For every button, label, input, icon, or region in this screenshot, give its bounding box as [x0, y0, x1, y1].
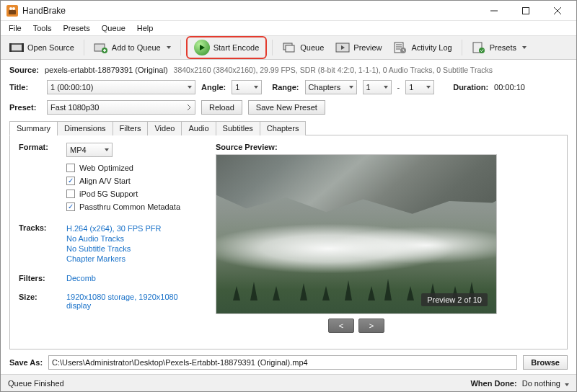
menu-file[interactable]: File [4, 22, 27, 34]
preview-button[interactable]: Preview [331, 37, 386, 58]
source-info: 3840x2160 (3840x2160), 29.99 FPS, SDR (8… [174, 66, 493, 74]
source-preview-label: Source Preview: [216, 143, 558, 151]
tab-audio[interactable]: Audio [181, 121, 216, 135]
range-to-dropdown[interactable]: 1 [405, 80, 434, 94]
status-bar: Queue Finished When Done: Do nothing [1, 374, 576, 391]
preview-counter: Preview 2 of 10 [421, 293, 488, 306]
when-done-dropdown[interactable]: Do nothing [522, 379, 569, 388]
source-label: Source: [9, 66, 39, 74]
track-item[interactable]: No Subtitle Tracks [66, 244, 203, 254]
source-row: Source: pexels-ertabbt-18879391 (Origina… [1, 63, 576, 77]
title-label: Title: [9, 83, 41, 92]
play-icon [194, 40, 210, 55]
passthru-metadata-checkbox[interactable]: Passthru Common Metadata [66, 200, 203, 213]
title-dropdown[interactable]: 1 (00:00:10) [47, 80, 195, 94]
start-encode-highlight: Start Encode [186, 36, 268, 59]
add-queue-icon [94, 40, 108, 55]
angle-dropdown[interactable]: 1 [232, 80, 262, 94]
menu-help[interactable]: Help [132, 22, 159, 34]
filters-value[interactable]: Decomb [66, 274, 203, 282]
summary-panel: Format: MP4 Web Optimized Align A/V Star… [9, 135, 568, 349]
reload-button[interactable]: Reload [201, 100, 242, 115]
preview-icon [335, 40, 350, 55]
svg-point-3 [12, 7, 15, 10]
track-item[interactable]: No Audio Tracks [66, 233, 203, 244]
size-value[interactable]: 1920x1080 storage, 1920x1080 display [66, 293, 203, 310]
format-dropdown[interactable]: MP4 [66, 143, 113, 157]
preview-prev-button[interactable]: < [328, 318, 354, 333]
size-label: Size: [19, 293, 66, 301]
tracks-label: Tracks: [19, 223, 66, 232]
save-new-preset-button[interactable]: Save New Preset [248, 100, 325, 115]
open-source-button[interactable]: Open Source [5, 37, 79, 58]
tab-video[interactable]: Video [147, 121, 182, 135]
menu-queue[interactable]: Queue [97, 22, 131, 34]
range-from-dropdown[interactable]: 1 [363, 80, 392, 94]
web-optimized-checkbox[interactable]: Web Optimized [66, 161, 203, 174]
track-item[interactable]: H.264 (x264), 30 FPS PFR [66, 223, 203, 233]
minimize-button[interactable] [478, 1, 510, 21]
svg-point-17 [479, 48, 485, 53]
svg-rect-7 [9, 43, 12, 52]
tab-chapters[interactable]: Chapters [260, 121, 307, 135]
window-title: HandBrake [22, 6, 478, 16]
main-toolbar: Open Source Add to Queue Start Encode Qu… [1, 35, 576, 60]
tab-bar: Summary Dimensions Filters Video Audio S… [9, 120, 568, 135]
menu-presets[interactable]: Presets [58, 22, 94, 34]
chevron-down-icon [522, 46, 527, 49]
summary-right: Source Preview: Preview 2 of 10 [216, 143, 558, 344]
maximize-button[interactable] [510, 1, 542, 21]
preset-dropdown[interactable]: Fast 1080p30 [47, 100, 195, 115]
source-name: pexels-ertabbt-18879391 (Original) [45, 66, 168, 74]
status-text: Queue Finished [8, 379, 64, 388]
tab-subtitles[interactable]: Subtitles [216, 121, 260, 135]
range-type-dropdown[interactable]: Chapters [305, 80, 357, 94]
svg-rect-4 [523, 7, 529, 14]
close-button[interactable] [542, 1, 573, 21]
when-done: When Done: Do nothing [470, 379, 569, 388]
log-icon [393, 40, 408, 55]
preset-label: Preset: [9, 103, 41, 112]
summary-left: Format: MP4 Web Optimized Align A/V Star… [19, 143, 203, 344]
browse-button[interactable]: Browse [523, 355, 568, 370]
film-icon [9, 40, 24, 55]
preset-row: Preset: Fast 1080p30 Reload Save New Pre… [1, 97, 576, 117]
duration-label: Duration: [453, 83, 488, 92]
tab-summary[interactable]: Summary [9, 121, 58, 135]
activity-log-button[interactable]: Activity Log [389, 37, 456, 58]
svg-point-2 [9, 7, 12, 10]
start-encode-button[interactable]: Start Encode [190, 37, 264, 58]
source-preview[interactable]: Preview 2 of 10 [216, 154, 497, 314]
tracks-list: H.264 (x264), 30 FPS PFR No Audio Tracks… [66, 223, 203, 264]
svg-rect-6 [11, 45, 22, 50]
preview-next-button[interactable]: > [358, 318, 384, 333]
chevron-right-icon [186, 104, 192, 111]
save-as-label: Save As: [9, 358, 43, 367]
range-label: Range: [272, 83, 299, 92]
menu-tools[interactable]: Tools [28, 22, 57, 34]
svg-rect-8 [22, 43, 24, 52]
duration-value: 00:00:10 [494, 83, 525, 92]
add-to-queue-button[interactable]: Add to Queue [89, 37, 175, 58]
queue-button[interactable]: Queue [278, 37, 328, 58]
title-bar: HandBrake [1, 1, 576, 21]
format-label: Format: [19, 143, 66, 151]
presets-icon [472, 40, 486, 55]
chevron-down-icon [167, 46, 171, 49]
menu-bar: File Tools Presets Queue Help [1, 21, 576, 35]
svg-rect-1 [9, 10, 16, 14]
filters-label: Filters: [19, 274, 66, 282]
presets-button[interactable]: Presets [467, 37, 531, 58]
tab-filters[interactable]: Filters [113, 121, 149, 135]
ipod-5g-checkbox[interactable]: iPod 5G Support [66, 187, 203, 200]
app-icon [6, 5, 18, 17]
svg-rect-12 [286, 45, 294, 52]
app-window: HandBrake File Tools Presets Queue Help … [0, 0, 577, 392]
align-av-checkbox[interactable]: Align A/V Start [66, 174, 203, 187]
save-as-row: Save As: Browse [1, 351, 576, 374]
angle-label: Angle: [201, 83, 226, 92]
queue-icon [282, 40, 296, 55]
tab-dimensions[interactable]: Dimensions [57, 121, 113, 135]
track-item[interactable]: Chapter Markers [66, 254, 203, 264]
save-as-input[interactable] [48, 355, 517, 370]
